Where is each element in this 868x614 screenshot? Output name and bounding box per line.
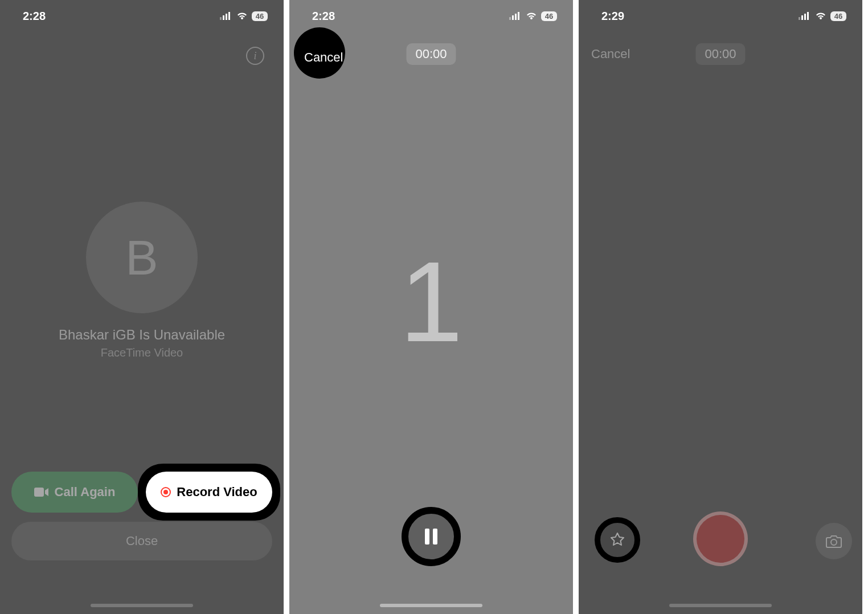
video-icon [34,487,49,497]
battery-badge: 46 [541,11,557,21]
facetime-unavailable-screen: 2:28 46 i B Bhaskar iGB Is Unavailable F… [0,0,284,614]
recording-timer: 00:00 [406,43,456,65]
wifi-icon [236,11,248,21]
info-icon[interactable]: i [246,47,264,65]
cellular-icon [509,12,522,20]
contact-status-text: Bhaskar iGB Is Unavailable [0,327,284,343]
cancel-button[interactable]: Cancel [589,41,632,67]
status-right: 46 [220,11,268,21]
svg-rect-13 [804,14,806,20]
svg-rect-3 [228,12,230,20]
call-again-button[interactable]: Call Again [11,472,138,513]
status-right: 46 [799,11,846,21]
wifi-icon [814,11,827,21]
svg-rect-0 [220,17,222,20]
status-time: 2:28 [23,10,46,23]
record-video-button[interactable]: Record Video [146,472,272,513]
status-bar: 2:28 46 [0,0,284,32]
svg-rect-9 [425,529,429,545]
camera-icon [825,534,842,548]
svg-point-15 [831,539,837,545]
wifi-icon [525,11,538,21]
home-indicator[interactable] [380,604,482,607]
flip-camera-button[interactable] [816,523,852,559]
svg-rect-7 [515,14,517,20]
svg-rect-14 [807,12,809,20]
status-time: 2:29 [601,10,624,23]
home-indicator[interactable] [91,604,193,607]
svg-rect-2 [226,14,227,20]
svg-rect-12 [801,15,803,20]
status-time: 2:28 [312,10,335,23]
svg-rect-11 [799,17,800,20]
call-type-text: FaceTime Video [0,346,284,359]
star-icon [609,531,626,548]
countdown-number: 1 [399,236,462,367]
battery-badge: 46 [830,11,846,21]
svg-rect-1 [223,15,224,20]
record-icon [161,487,171,497]
record-video-label: Record Video [177,485,257,500]
avatar: B [86,202,198,313]
status-bar: 2:28 46 [289,0,573,32]
call-again-label: Call Again [55,485,116,500]
record-video-wrap: Record Video [146,472,272,513]
cellular-icon [799,12,811,20]
svg-rect-6 [512,15,514,20]
action-row: Call Again Record Video [11,472,272,513]
record-button[interactable] [693,511,748,566]
cellular-icon [220,12,232,20]
close-button[interactable]: Close [11,522,272,560]
status-bar: 2:29 46 [579,0,862,32]
svg-rect-10 [433,529,437,545]
effects-button[interactable] [595,517,640,563]
pause-icon [423,527,439,546]
contact-block: B Bhaskar iGB Is Unavailable FaceTime Vi… [0,202,284,359]
svg-rect-5 [509,17,511,20]
battery-badge: 46 [252,11,268,21]
svg-rect-4 [34,488,44,497]
pause-button[interactable] [402,507,461,566]
status-right: 46 [509,11,557,21]
svg-rect-8 [518,12,519,20]
record-ready-screen: 2:29 46 Cancel 00:00 [579,0,862,614]
home-indicator[interactable] [669,604,772,607]
cancel-button[interactable]: Cancel [302,44,345,71]
record-countdown-screen: 2:28 46 Cancel 00:00 1 [289,0,573,614]
recording-timer: 00:00 [695,43,745,65]
